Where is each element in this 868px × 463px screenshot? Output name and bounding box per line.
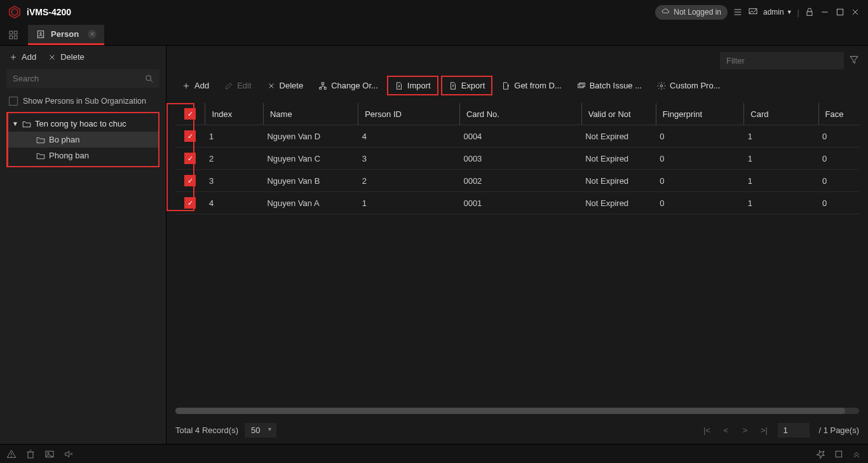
svg-rect-12 [14, 31, 17, 34]
tree-root-item[interactable]: ▼ Ten cong ty hoac to chuc [8, 116, 158, 132]
change-org-button[interactable]: Change Or... [312, 77, 384, 94]
org-tree: ▼ Ten cong ty hoac to chuc Bo phan Phong… [6, 112, 159, 167]
col-index[interactable]: Index [205, 103, 264, 125]
page-size-select[interactable]: 50 [245, 423, 276, 438]
monitor-icon[interactable] [748, 7, 758, 17]
tab-person[interactable]: Person ✕ [28, 25, 104, 45]
add-button[interactable]: Add [175, 77, 215, 94]
sidebar-add-button[interactable]: Add [9, 52, 36, 62]
mute-icon[interactable] [64, 449, 74, 459]
svg-rect-36 [578, 84, 583, 88]
page-next-button[interactable]: > [740, 425, 750, 435]
maximize-icon[interactable] [835, 7, 845, 17]
col-face[interactable]: Face [818, 103, 859, 125]
app-title: iVMS-4200 [27, 7, 71, 17]
home-tab[interactable] [0, 25, 27, 45]
lock-icon[interactable] [804, 7, 815, 17]
folder-icon [36, 152, 45, 160]
sidebar-delete-button[interactable]: Delete [48, 52, 85, 62]
folder-icon [36, 136, 45, 144]
user-label: admin [763, 8, 784, 17]
app-logo-icon [8, 5, 22, 19]
tab-label: Person [51, 29, 79, 39]
show-sub-org-label: Show Persons in Sub Organization [23, 97, 146, 106]
svg-marker-47 [65, 451, 69, 457]
page-total-label: / 1 Page(s) [818, 425, 859, 435]
table-row[interactable]: ✓3Nguyen Van B20002Not Expired010 [175, 170, 859, 192]
svg-rect-42 [28, 452, 33, 457]
pin-icon[interactable] [816, 449, 826, 459]
total-records-label: Total 4 Record(s) [175, 425, 238, 435]
import-button[interactable]: Import [387, 76, 438, 95]
cloud-icon [661, 7, 670, 18]
get-from-device-button[interactable]: Get from D... [495, 77, 567, 94]
horizontal-scrollbar[interactable] [175, 408, 859, 414]
tree-child-label: Phong ban [49, 151, 89, 160]
tree-child-item[interactable]: Bo phan [8, 132, 158, 148]
svg-marker-0 [10, 6, 20, 18]
table-row[interactable]: ✓2Nguyen Van C30003Not Expired010 [175, 148, 859, 170]
export-button[interactable]: Export [441, 76, 493, 95]
filter-icon[interactable] [849, 55, 859, 67]
tree-child-item[interactable]: Phong ban [8, 148, 158, 163]
toolbar: Add Edit Delete Change Or... Import Expo… [166, 76, 868, 103]
checkbox-icon [9, 97, 18, 106]
svg-point-46 [48, 452, 50, 454]
page-prev-button[interactable]: < [721, 425, 731, 435]
login-status-pill[interactable]: Not Logged in [655, 5, 728, 20]
expand-icon[interactable] [851, 449, 862, 459]
person-table: ✓ Index Name Person ID Card No. Valid or… [175, 103, 859, 214]
svg-line-22 [151, 80, 153, 82]
delete-button[interactable]: Delete [261, 77, 310, 94]
minimize-icon[interactable] [820, 7, 830, 17]
svg-rect-50 [836, 451, 841, 457]
filter-input[interactable] [720, 52, 844, 69]
table-row[interactable]: ✓1Nguyen Van D40004Not Expired010 [175, 125, 859, 148]
restore-icon[interactable] [834, 449, 844, 459]
page-last-button[interactable]: >| [759, 425, 769, 435]
custom-property-button[interactable]: Custom Pro... [651, 77, 726, 94]
page-input[interactable] [778, 423, 810, 438]
col-valid[interactable]: Valid or Not [581, 103, 656, 125]
alert-icon[interactable] [6, 449, 17, 459]
tab-close-icon[interactable]: ✕ [88, 30, 97, 39]
image-icon[interactable] [44, 449, 55, 459]
table-row[interactable]: ✓4Nguyen Van A10001Not Expired010 [175, 192, 859, 214]
svg-rect-8 [837, 9, 843, 15]
svg-point-16 [40, 32, 42, 34]
person-tab-icon [36, 29, 46, 39]
close-icon[interactable] [850, 7, 860, 17]
sidebar-search-input[interactable] [6, 69, 159, 88]
content-area: Add Edit Delete Change Or... Import Expo… [166, 46, 868, 444]
pagination-footer: Total 4 Record(s) 50 |< < > >| / 1 Page(… [166, 419, 868, 444]
svg-marker-23 [850, 57, 858, 64]
svg-rect-13 [10, 36, 13, 39]
show-sub-org-checkbox[interactable]: Show Persons in Sub Organization [6, 94, 159, 112]
svg-point-41 [11, 456, 12, 457]
svg-rect-37 [580, 83, 585, 86]
user-dropdown[interactable]: admin ▼ [763, 8, 792, 17]
svg-point-21 [146, 76, 151, 81]
tabbar: Person ✕ [0, 24, 868, 46]
col-card-no[interactable]: Card No. [459, 103, 581, 125]
list-icon[interactable] [733, 7, 743, 17]
edit-button[interactable]: Edit [218, 77, 257, 94]
svg-rect-6 [807, 11, 812, 15]
col-name[interactable]: Name [263, 103, 358, 125]
login-status-text: Not Logged in [674, 8, 721, 17]
svg-rect-11 [10, 31, 13, 34]
statusbar [0, 444, 868, 463]
svg-rect-14 [14, 36, 17, 39]
tree-root-label: Ten cong ty hoac to chuc [35, 119, 126, 128]
caret-down-icon: ▼ [12, 120, 18, 127]
trash-icon[interactable] [25, 449, 36, 459]
page-first-button[interactable]: |< [702, 425, 712, 435]
svg-rect-28 [322, 82, 324, 84]
svg-rect-5 [749, 9, 757, 14]
batch-issue-button[interactable]: Batch Issue ... [571, 77, 648, 94]
svg-rect-29 [320, 87, 322, 89]
col-fingerprint[interactable]: Fingerprint [656, 103, 743, 125]
col-card[interactable]: Card [744, 103, 818, 125]
col-person-id[interactable]: Person ID [358, 103, 460, 125]
search-icon[interactable] [144, 74, 154, 86]
